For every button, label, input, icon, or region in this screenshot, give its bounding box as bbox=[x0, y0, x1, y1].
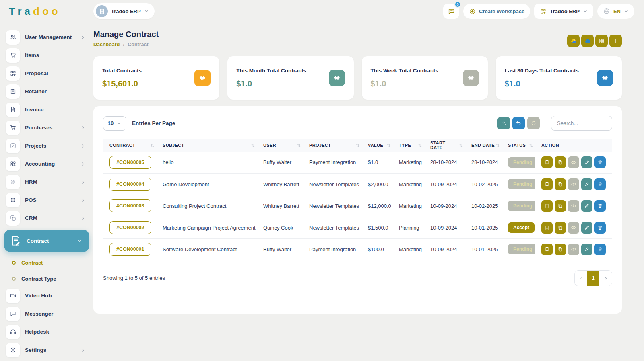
sidebar-subitem-contract-type[interactable]: Contract Type bbox=[0, 271, 93, 287]
column-label: SUBJECT bbox=[163, 143, 184, 148]
sidebar-item-crm[interactable]: CRM bbox=[0, 209, 93, 227]
sidebar-item-helpdesk[interactable]: Helpdesk bbox=[0, 323, 93, 341]
column-label: PROJECT bbox=[309, 143, 331, 148]
eye-button[interactable] bbox=[568, 156, 579, 168]
pencil-button[interactable] bbox=[581, 178, 592, 190]
trash-button[interactable] bbox=[594, 200, 606, 212]
trash-button[interactable] bbox=[594, 156, 606, 168]
column-header-user[interactable]: USER bbox=[257, 139, 303, 152]
copy-button[interactable] bbox=[555, 200, 566, 212]
stat-card-last-30-days-total-contracts: Last 30 Days Total Contracts$1.0 bbox=[496, 56, 622, 100]
trash-icon bbox=[597, 246, 603, 252]
column-label: END DATE bbox=[471, 143, 495, 148]
contract-id-badge[interactable]: #CON00001 bbox=[109, 243, 151, 256]
column-header-subject[interactable]: SUBJECT bbox=[156, 139, 257, 152]
entries-per-page-select[interactable]: 10 bbox=[103, 116, 126, 131]
stat-label: Total Contracts bbox=[102, 68, 142, 74]
eye-button[interactable] bbox=[568, 222, 579, 234]
contract-id-badge[interactable]: #CON00002 bbox=[109, 221, 151, 234]
users-icon bbox=[6, 30, 20, 45]
sidebar-item-settings[interactable]: Settings bbox=[0, 341, 93, 359]
drive-button[interactable] bbox=[567, 35, 580, 47]
sidebar-item-video-hub[interactable]: Video Hub bbox=[0, 287, 93, 305]
eye-button[interactable] bbox=[568, 244, 579, 255]
cell-end-date: 10-01-2025 bbox=[465, 217, 502, 238]
copy-button[interactable] bbox=[555, 244, 566, 255]
contracts-table-card: 10 Entries Per Page CONTRACTSUBJECTUSERP… bbox=[93, 106, 622, 314]
sidebar-item-hrm[interactable]: HRM bbox=[0, 173, 93, 191]
copy-button[interactable] bbox=[555, 156, 566, 168]
sidebar-item-purchases[interactable]: Purchases bbox=[0, 119, 93, 137]
cell-subject: Marketing Campaign Project Agreement bbox=[156, 217, 257, 238]
sidebar-item-retainer[interactable]: Retainer bbox=[0, 82, 93, 101]
sidebar-subitem-contract[interactable]: Contract bbox=[0, 254, 93, 271]
eye-button[interactable] bbox=[568, 178, 579, 190]
column-header-type[interactable]: TYPE bbox=[392, 139, 424, 152]
sort-icon bbox=[418, 143, 422, 148]
eye-icon bbox=[571, 225, 576, 230]
pencil-button[interactable] bbox=[581, 156, 592, 168]
column-header-project[interactable]: PROJECT bbox=[303, 139, 361, 152]
sidebar-item-items[interactable]: Items bbox=[0, 46, 93, 64]
eye-button[interactable] bbox=[568, 200, 579, 212]
contract-id-badge[interactable]: #CON00003 bbox=[109, 199, 151, 212]
column-header-value[interactable]: VALUE bbox=[361, 139, 392, 152]
sort-icon bbox=[529, 143, 533, 148]
cell-user: Buffy Walter bbox=[257, 152, 303, 173]
column-label: ACTION bbox=[541, 143, 559, 148]
column-header-contract[interactable]: CONTRACT bbox=[103, 139, 156, 152]
cell-start-date: 10-09-2024 bbox=[424, 173, 465, 195]
contract-id-badge[interactable]: #CON00004 bbox=[109, 178, 151, 191]
column-header-status[interactable]: STATUS bbox=[502, 139, 535, 152]
copy-button[interactable] bbox=[555, 222, 566, 234]
breadcrumb-dashboard-link[interactable]: Dashboard bbox=[93, 42, 120, 47]
handshake-icon bbox=[597, 70, 613, 86]
page-number-current[interactable]: 1 bbox=[587, 270, 599, 286]
bookmark-button[interactable] bbox=[541, 200, 553, 212]
plus-button[interactable] bbox=[609, 35, 622, 47]
bookmark-button[interactable] bbox=[541, 244, 553, 255]
cell-contract: #CON00001 bbox=[103, 238, 156, 260]
sidebar-item-user-management[interactable]: User Management bbox=[0, 28, 93, 46]
copy-button[interactable] bbox=[555, 178, 566, 190]
undo-button[interactable] bbox=[512, 117, 525, 129]
grid-button[interactable] bbox=[595, 35, 608, 47]
sidebar-item-proposal[interactable]: Proposal bbox=[0, 64, 93, 82]
pencil-button[interactable] bbox=[581, 244, 592, 255]
column-header-end-date[interactable]: END DATE bbox=[465, 139, 502, 152]
chevron-down-icon bbox=[583, 9, 588, 14]
bookmark-button[interactable] bbox=[541, 156, 553, 168]
trash-button[interactable] bbox=[594, 178, 606, 190]
export-download-button[interactable] bbox=[497, 117, 510, 129]
erp-apps-button[interactable]: Tradoo ERP bbox=[534, 4, 593, 19]
prev-page-button[interactable] bbox=[575, 270, 587, 286]
workspace-selector[interactable]: Tradoo ERP bbox=[93, 3, 155, 19]
language-selector[interactable]: EN bbox=[597, 4, 634, 19]
create-workspace-button[interactable]: Create Workspace bbox=[463, 4, 530, 19]
sidebar-item-pos[interactable]: POS bbox=[0, 191, 93, 209]
chat-button[interactable]: 0 bbox=[443, 4, 459, 19]
sidebar-item-projects[interactable]: Projects bbox=[0, 137, 93, 155]
trash-button[interactable] bbox=[594, 244, 606, 255]
sidebar-item-contract[interactable]: Contract bbox=[4, 230, 89, 252]
cell-end-date: 10-02-2025 bbox=[465, 173, 502, 195]
proposal-icon bbox=[6, 66, 20, 81]
status-badge: Pending bbox=[508, 201, 535, 211]
column-header-start-date[interactable]: START DATE bbox=[424, 139, 465, 152]
pencil-button[interactable] bbox=[581, 222, 592, 234]
bookmark-button[interactable] bbox=[541, 222, 553, 234]
refresh-button[interactable] bbox=[527, 117, 540, 129]
contract-id-badge[interactable]: #CON00005 bbox=[109, 156, 151, 169]
crosshair-icon bbox=[6, 175, 20, 189]
sidebar-item-accounting[interactable]: Accounting bbox=[0, 155, 93, 173]
bookmark-button[interactable] bbox=[541, 178, 553, 190]
search-input[interactable] bbox=[551, 116, 612, 131]
sidebar-item-invoice[interactable]: Invoice bbox=[0, 101, 93, 119]
eye-icon bbox=[571, 203, 576, 209]
cloud-button[interactable] bbox=[581, 35, 594, 47]
sidebar-item-messenger[interactable]: Messenger bbox=[0, 305, 93, 323]
pencil-button[interactable] bbox=[581, 200, 592, 212]
trash-button[interactable] bbox=[594, 222, 606, 234]
cell-type: Marketing bbox=[392, 238, 424, 260]
next-page-button[interactable] bbox=[599, 270, 612, 286]
